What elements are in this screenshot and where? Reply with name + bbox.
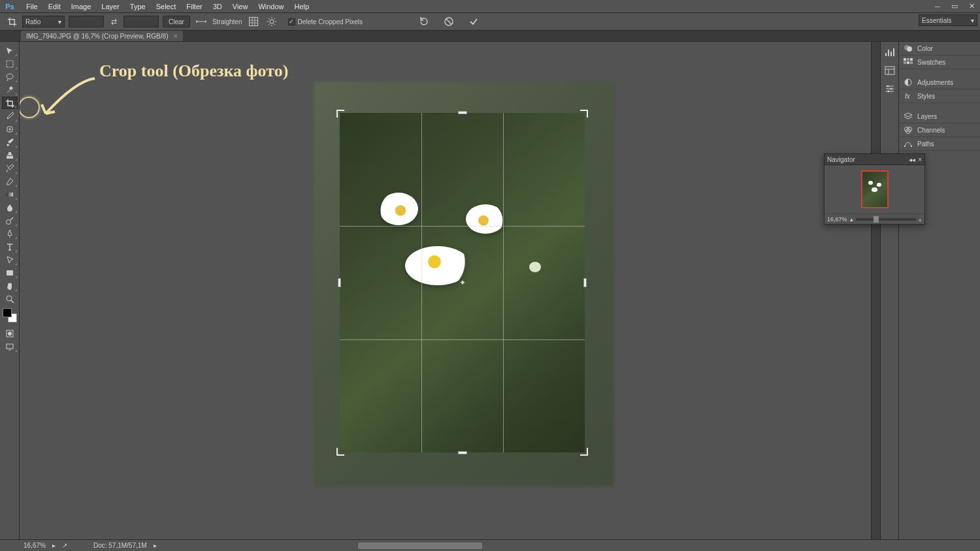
straighten-icon-button[interactable]	[194, 15, 208, 28]
navigator-zoom-slider[interactable]	[856, 218, 916, 221]
status-info-arrow[interactable]: ▸	[154, 542, 157, 549]
color-panel-tab[interactable]: Color	[899, 42, 980, 55]
path-selection-tool[interactable]	[2, 253, 18, 266]
brush-tool[interactable]	[2, 136, 18, 148]
adjustments-panel-tab[interactable]: Adjustments	[899, 76, 980, 89]
rectangular-marquee-tool[interactable]	[2, 57, 18, 70]
crop-height-input[interactable]	[123, 16, 159, 27]
dodge-tool[interactable]	[2, 214, 18, 227]
crop-tool-indicator[interactable]	[5, 15, 18, 28]
navigator-panel[interactable]: Navigator ◂◂ × 16,67% ▴ ▵	[824, 153, 925, 225]
commit-crop-button[interactable]	[466, 15, 481, 28]
svg-rect-0	[249, 18, 257, 26]
crop-overlay-button[interactable]	[246, 15, 261, 28]
panel-close-icon[interactable]: ×	[918, 156, 922, 163]
swatches-panel-tab[interactable]: Swatches	[899, 55, 980, 69]
status-doc-info[interactable]: Doc: 57,1M/57,1M	[93, 542, 147, 549]
zoom-tool[interactable]	[2, 292, 18, 305]
navigator-zoom-value[interactable]: 16,67%	[827, 216, 847, 223]
vertical-scrollbar[interactable]	[871, 42, 880, 539]
menu-select[interactable]: Select	[151, 0, 182, 13]
reset-crop-button[interactable]	[417, 15, 431, 28]
info-panel-icon[interactable]	[883, 64, 896, 77]
delete-cropped-checkbox[interactable]: ✓	[288, 18, 295, 25]
cancel-crop-button[interactable]	[442, 15, 456, 28]
status-export-icon[interactable]: ↗	[62, 542, 67, 549]
styles-panel-tab[interactable]: fx Styles	[899, 89, 980, 103]
type-tool[interactable]	[2, 240, 18, 253]
menu-window[interactable]: Window	[253, 0, 289, 13]
gradient-tool[interactable]	[2, 188, 18, 200]
menu-layer[interactable]: Layer	[96, 0, 125, 13]
zoom-out-icon[interactable]: ▴	[850, 216, 853, 223]
clone-stamp-tool[interactable]	[2, 149, 18, 161]
svg-point-8	[7, 296, 12, 301]
clear-button[interactable]: Clear	[163, 16, 190, 27]
swatches-panel-label: Swatches	[917, 59, 945, 66]
swap-dimensions-button[interactable]: ⇄	[108, 16, 120, 27]
crop-handle-top[interactable]	[458, 111, 467, 114]
menu-3d[interactable]: 3D	[208, 0, 227, 13]
navigator-header[interactable]: Navigator ◂◂ ×	[825, 154, 924, 165]
menu-view[interactable]: View	[227, 0, 253, 13]
menu-filter[interactable]: Filter	[181, 0, 207, 13]
navigator-preview[interactable]	[825, 165, 924, 213]
layers-icon	[903, 112, 913, 121]
quick-mask-toggle[interactable]	[2, 327, 18, 339]
menu-image[interactable]: Image	[66, 0, 97, 13]
document-tab[interactable]: IMG_7940.JPG @ 16,7% (Crop Preview, RGB/…	[21, 31, 183, 41]
menu-help[interactable]: Help	[289, 0, 315, 13]
panel-collapse-icon[interactable]: ◂◂	[909, 156, 915, 163]
workspace-label: Essentials	[922, 17, 952, 24]
menu-file[interactable]: File	[21, 0, 43, 13]
status-zoom[interactable]: 16,67%	[24, 542, 46, 549]
blur-tool[interactable]	[2, 201, 18, 213]
paths-panel-tab[interactable]: Paths	[899, 137, 980, 151]
close-button[interactable]: ✕	[963, 1, 980, 12]
crop-ratio-dropdown[interactable]: Ratio ▾	[22, 16, 65, 27]
crop-handle-tl[interactable]	[336, 110, 344, 118]
histogram-panel-icon[interactable]	[883, 46, 896, 59]
crop-handle-left[interactable]	[338, 278, 341, 287]
menu-edit[interactable]: Edit	[43, 0, 66, 13]
healing-brush-tool[interactable]	[2, 123, 18, 135]
properties-panel-icon[interactable]	[883, 82, 896, 95]
color-icon	[903, 44, 913, 53]
crop-handle-br[interactable]	[580, 448, 588, 456]
crop-handle-bottom[interactable]	[458, 451, 467, 454]
rectangle-tool[interactable]	[2, 266, 18, 279]
document-tab-close[interactable]: ×	[173, 32, 177, 40]
horizontal-scrollbar-thumb[interactable]	[358, 543, 482, 549]
crop-region[interactable]: ✦	[340, 113, 585, 452]
foreground-color-swatch[interactable]	[3, 308, 12, 317]
layers-panel-tab[interactable]: Layers	[899, 110, 980, 123]
annotation-arrow	[39, 73, 98, 119]
crop-handle-tr[interactable]	[580, 110, 588, 118]
eraser-tool[interactable]	[2, 175, 18, 187]
magic-wand-tool[interactable]	[2, 84, 18, 96]
delete-cropped-checkbox-wrap[interactable]: ✓ Delete Cropped Pixels	[288, 18, 363, 25]
crop-settings-button[interactable]	[265, 15, 279, 28]
channels-panel-tab[interactable]: Channels	[899, 123, 980, 137]
eyedropper-tool[interactable]	[2, 110, 18, 122]
crop-handle-right[interactable]	[583, 278, 587, 287]
history-brush-tool[interactable]	[2, 162, 18, 174]
workspace-dropdown[interactable]: Essentials ▾	[919, 14, 977, 26]
crop-width-input[interactable]	[69, 16, 104, 27]
svg-point-6	[6, 219, 10, 224]
menu-type[interactable]: Type	[125, 0, 151, 13]
crop-tool[interactable]	[2, 97, 18, 109]
maximize-button[interactable]: ▭	[946, 1, 963, 12]
crop-handle-bl[interactable]	[336, 448, 344, 456]
zoom-in-icon[interactable]: ▵	[919, 216, 922, 223]
crop-center-icon: ✦	[459, 278, 466, 287]
status-expand-icon[interactable]: ▸	[52, 542, 56, 549]
foreground-background-colors[interactable]	[3, 308, 17, 323]
move-tool[interactable]	[2, 44, 18, 57]
canvas-area[interactable]: Crop tool (Обрезка фото) ✦	[20, 42, 871, 539]
screen-mode-toggle[interactable]	[2, 340, 18, 353]
hand-tool[interactable]	[2, 279, 18, 292]
lasso-tool[interactable]	[2, 71, 18, 83]
pen-tool[interactable]	[2, 227, 18, 240]
minimize-button[interactable]: ─	[929, 1, 946, 12]
